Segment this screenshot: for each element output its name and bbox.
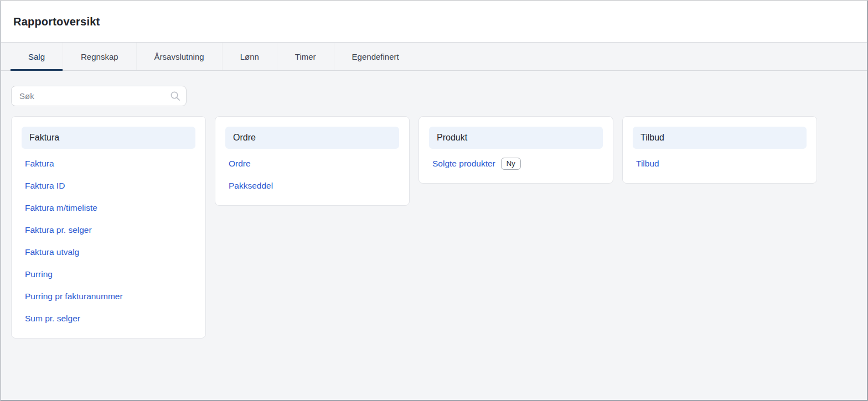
report-card-tilbud: TilbudTilbud bbox=[622, 116, 817, 184]
report-link-faktura-pr-selger[interactable]: Faktura pr. selger bbox=[22, 219, 195, 241]
report-link-label: Tilbud bbox=[636, 159, 659, 169]
search-box bbox=[11, 86, 187, 106]
card-link-list: Tilbud bbox=[633, 153, 807, 175]
main-content: FakturaFakturaFaktura IDFaktura m/timeli… bbox=[1, 71, 867, 338]
report-link-purring-pr-fakturanummer[interactable]: Purring pr fakturanummer bbox=[22, 285, 195, 308]
card-title: Tilbud bbox=[640, 133, 664, 143]
tab-timer[interactable]: Timer bbox=[277, 43, 334, 70]
new-badge: Ny bbox=[501, 158, 521, 170]
tab-label: Salg bbox=[28, 52, 45, 61]
tab-label: Timer bbox=[295, 52, 316, 61]
report-link-ordre[interactable]: Ordre bbox=[225, 153, 399, 175]
card-title: Produkt bbox=[437, 133, 467, 143]
tab-l-nn[interactable]: Lønn bbox=[223, 43, 277, 70]
report-link-pakkseddel[interactable]: Pakkseddel bbox=[225, 175, 399, 197]
tab-label: Lønn bbox=[240, 52, 259, 61]
report-link-label: Faktura m/timeliste bbox=[25, 203, 97, 213]
card-link-list: FakturaFaktura IDFaktura m/timelisteFakt… bbox=[22, 153, 195, 330]
search-input[interactable] bbox=[11, 86, 187, 106]
card-title: Ordre bbox=[233, 133, 256, 143]
app-window: Rapportoversikt SalgRegnskapÅrsavslutnin… bbox=[0, 0, 868, 401]
tab-rsavslutning[interactable]: Årsavslutning bbox=[137, 43, 223, 70]
report-link-label: Pakkseddel bbox=[229, 181, 273, 191]
report-link-label: Faktura pr. selger bbox=[25, 225, 92, 235]
card-link-list: OrdrePakkseddel bbox=[225, 153, 399, 197]
card-header: Produkt bbox=[429, 127, 603, 149]
report-link-label: Purring pr fakturanummer bbox=[25, 291, 123, 301]
report-link-purring[interactable]: Purring bbox=[22, 263, 195, 285]
report-link-label: Faktura ID bbox=[25, 181, 65, 191]
report-link-sum-pr-selger[interactable]: Sum pr. selger bbox=[22, 308, 195, 330]
report-link-label: Purring bbox=[25, 269, 53, 279]
report-link-label: Ordre bbox=[229, 159, 251, 169]
report-card-produkt: ProduktSolgte produkterNy bbox=[418, 116, 613, 184]
report-link-faktura-m-timeliste[interactable]: Faktura m/timeliste bbox=[22, 197, 195, 219]
report-link-label: Solgte produkter bbox=[432, 159, 495, 169]
report-card-faktura: FakturaFakturaFaktura IDFaktura m/timeli… bbox=[11, 116, 206, 338]
page-title: Rapportoversikt bbox=[13, 15, 100, 28]
report-link-solgte-produkter[interactable]: Solgte produkterNy bbox=[429, 153, 603, 175]
card-header: Faktura bbox=[22, 127, 195, 149]
tab-salg[interactable]: Salg bbox=[11, 43, 63, 70]
tab-bar: SalgRegnskapÅrsavslutningLønnTimerEgende… bbox=[1, 43, 867, 71]
report-link-label: Faktura bbox=[25, 159, 54, 169]
tab-label: Egendefinert bbox=[352, 52, 399, 61]
report-link-faktura[interactable]: Faktura bbox=[22, 153, 195, 175]
tab-regnskap[interactable]: Regnskap bbox=[63, 43, 137, 70]
report-link-tilbud[interactable]: Tilbud bbox=[633, 153, 807, 175]
page-header: Rapportoversikt bbox=[1, 1, 867, 43]
card-title: Faktura bbox=[29, 133, 59, 143]
tab-label: Årsavslutning bbox=[154, 52, 204, 61]
card-header: Tilbud bbox=[633, 127, 807, 149]
report-link-faktura-id[interactable]: Faktura ID bbox=[22, 175, 195, 197]
tab-egendefinert[interactable]: Egendefinert bbox=[334, 43, 417, 70]
card-header: Ordre bbox=[225, 127, 399, 149]
card-link-list: Solgte produkterNy bbox=[429, 153, 603, 175]
tab-label: Regnskap bbox=[81, 52, 118, 61]
report-card-grid: FakturaFakturaFaktura IDFaktura m/timeli… bbox=[11, 116, 857, 338]
report-link-label: Sum pr. selger bbox=[25, 314, 80, 324]
report-link-label: Faktura utvalg bbox=[25, 247, 79, 257]
report-link-faktura-utvalg[interactable]: Faktura utvalg bbox=[22, 241, 195, 263]
report-card-ordre: OrdreOrdrePakkseddel bbox=[215, 116, 410, 206]
